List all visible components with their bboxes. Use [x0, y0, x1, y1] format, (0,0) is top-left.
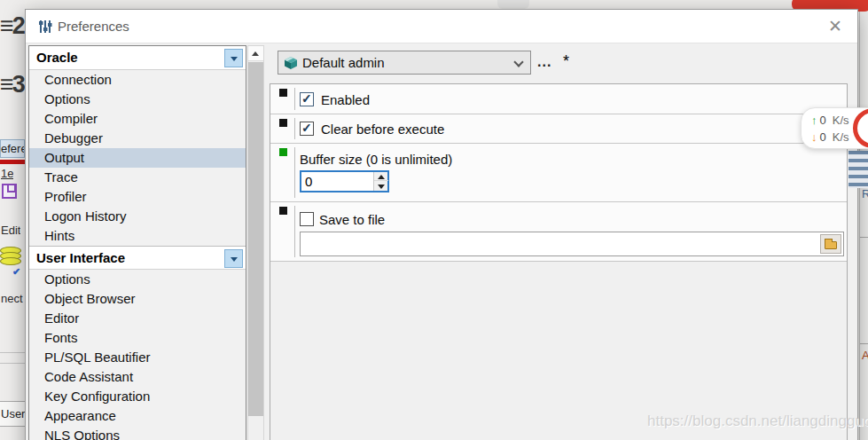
chevron-down-icon [231, 57, 238, 61]
spinner-buttons [373, 172, 387, 191]
background-a-fragment: A [862, 349, 868, 362]
background-notch [497, 0, 529, 9]
close-icon[interactable]: ✕ [825, 16, 846, 37]
output-settings-panel: Enabled Clear before execute Buffer size… [270, 83, 848, 440]
preferences-dialog: Preferences ✕ Oracle ConnectionOptionsCo… [25, 9, 858, 440]
spin-up-button[interactable] [374, 172, 388, 181]
upload-value: 0 [820, 114, 826, 127]
clear-before-execute-checkbox[interactable] [300, 122, 314, 136]
section-dropdown-button[interactable] [224, 49, 243, 67]
download-arrow-icon: ↓ [811, 130, 817, 144]
buffer-size-stepper [300, 170, 389, 192]
preferences-sliders-icon [37, 19, 53, 38]
background-edit-label: Edit [1, 224, 20, 237]
triangle-up-icon [378, 175, 385, 179]
profile-selected-value: Default admin [302, 55, 385, 70]
dialog-title: Preferences [58, 19, 129, 34]
preferences-category-list: Oracle ConnectionOptionsCompilerDebugger… [28, 45, 246, 440]
modified-indicator: * [563, 52, 569, 71]
sidebar-item-options[interactable]: Options [29, 270, 246, 289]
row-marker-active [279, 148, 287, 156]
background-text-fragment: 1e [1, 167, 13, 180]
sidebar-item-editor[interactable]: Editor [29, 309, 246, 328]
save-icon [2, 184, 17, 199]
sidebar-item-output[interactable]: Output [29, 148, 246, 168]
divider [0, 352, 25, 353]
sidebar-item-fonts[interactable]: Fonts [29, 328, 246, 348]
sidebar-item-debugger[interactable]: Debugger [29, 129, 246, 148]
row-handle [294, 88, 295, 110]
save-to-file-row: Save to file [270, 202, 847, 262]
section-dropdown-button[interactable] [224, 249, 243, 268]
download-value: 0 [820, 130, 826, 144]
row-handle [294, 206, 295, 257]
sidebar-section-label: User Interface [36, 250, 125, 265]
background-right-strip: R A [859, 0, 868, 440]
background-left-strip: ≡2 ≡3 efere 1e Edit ✔ nect Users [0, 0, 25, 440]
divider [0, 363, 25, 364]
buffer-size-input[interactable] [301, 172, 372, 191]
chevron-down-icon [231, 257, 238, 262]
watermark: https://blog.csdn.net/liangdingguo [647, 412, 868, 430]
chevron-down-icon [513, 57, 523, 67]
sidebar-section-oracle[interactable]: Oracle [29, 46, 246, 70]
download-speed: ↓0K/s [811, 130, 849, 146]
divider [860, 343, 868, 344]
enabled-row: Enabled [270, 84, 847, 114]
sidebar-item-pl-sql-beautifier[interactable]: PL/SQL Beautifier [29, 348, 246, 367]
sidebar-section-label: Oracle [36, 50, 78, 65]
save-to-file-label: Save to file [319, 212, 385, 227]
profile-more-button[interactable]: ... [537, 54, 551, 70]
divider [860, 237, 868, 238]
enabled-label: Enabled [321, 92, 370, 107]
folder-icon [825, 241, 837, 249]
sidebar-item-hints[interactable]: Hints [29, 226, 246, 246]
save-file-path-input[interactable] [300, 232, 844, 256]
row-handle [294, 118, 295, 139]
row-marker [279, 207, 287, 215]
row-marker [279, 119, 287, 127]
background-r-fragment: R [862, 187, 868, 200]
profile-select[interactable]: Default admin [278, 51, 531, 75]
package-icon [284, 57, 298, 74]
row-handle [294, 147, 295, 198]
enabled-checkbox[interactable] [300, 92, 314, 106]
clear-before-execute-label: Clear before execute [321, 122, 444, 137]
sidebar-item-profiler[interactable]: Profiler [29, 187, 246, 207]
spin-down-button[interactable] [374, 182, 388, 191]
row-marker [279, 89, 287, 97]
clear-before-execute-row: Clear before execute [270, 114, 847, 144]
browse-folder-button[interactable] [820, 234, 841, 254]
save-to-file-checkbox[interactable] [300, 212, 314, 226]
background-red-underline [0, 160, 25, 164]
sidebar-item-appearance[interactable]: Appearance [29, 406, 246, 426]
background-users-label: Users [0, 401, 25, 427]
sidebar-item-trace[interactable]: Trace [29, 168, 246, 187]
sidebar-item-nls-options[interactable]: NLS Options [29, 426, 246, 440]
sidebar-item-compiler[interactable]: Compiler [29, 109, 246, 129]
sidebar-section-user-interface[interactable]: User Interface [29, 246, 246, 270]
database-connected-icon: ✔ [0, 247, 23, 265]
sidebar-item-object-browser[interactable]: Object Browser [29, 289, 246, 309]
buffer-size-label: Buffer size (0 is unlimited) [300, 152, 452, 167]
background-connect-fragment: nect [1, 292, 23, 305]
background-striped-icon [848, 151, 868, 188]
chevron-up-icon [252, 51, 259, 56]
buffer-size-row: Buffer size (0 is unlimited) [270, 144, 847, 202]
scrollbar-up-button[interactable] [248, 46, 263, 61]
sidebar-item-logon-history[interactable]: Logon History [29, 207, 246, 226]
sidebar-item-code-assistant[interactable]: Code Assistant [29, 367, 246, 387]
upload-arrow-icon: ↑ [811, 114, 817, 127]
triangle-down-icon [378, 185, 385, 189]
sidebar-scrollbar[interactable] [247, 45, 264, 440]
sidebar-item-key-configuration[interactable]: Key Configuration [29, 387, 246, 406]
scrollbar-thumb[interactable] [248, 62, 263, 416]
upload-unit: K/s [833, 114, 849, 127]
check-badge-icon: ✔ [12, 266, 20, 278]
download-unit: K/s [833, 130, 849, 144]
background-tab-fragment: efere [0, 139, 25, 158]
upload-speed: ↑0K/s [811, 114, 849, 130]
dialog-titlebar[interactable]: Preferences ✕ [26, 10, 857, 43]
sidebar-item-options[interactable]: Options [29, 90, 246, 109]
sidebar-item-connection[interactable]: Connection [29, 70, 246, 90]
